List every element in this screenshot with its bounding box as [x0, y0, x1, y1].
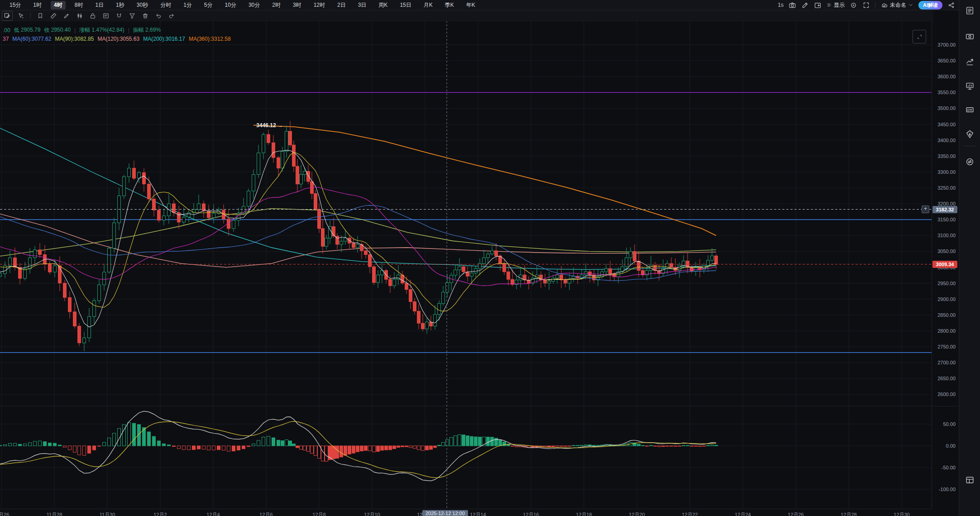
timeframe-30秒[interactable]: 30秒 [134, 1, 151, 10]
price-tick-label: 3450.00 [937, 122, 956, 127]
news-panel-icon[interactable] [965, 6, 975, 15]
price-tick-label: 2700.00 [937, 360, 956, 365]
price-tick-label: 3300.00 [937, 169, 956, 175]
time-tick-label: 12月10 [364, 511, 380, 516]
time-tick-label: 12月2 [153, 511, 167, 516]
price-tick-label: 3650.00 [937, 58, 956, 63]
drawing-toolbar [0, 10, 933, 21]
monitor-chart-icon[interactable] [965, 81, 975, 91]
timeframe-1分[interactable]: 1分 [180, 1, 195, 10]
layout-save-menu[interactable]: 未命名 [880, 1, 913, 9]
timeframe-8时[interactable]: 8时 [72, 1, 86, 10]
price-tick-label: 3050.00 [937, 248, 956, 254]
toolbar-divider [30, 12, 31, 19]
time-tick-label: 12月18 [576, 511, 592, 516]
time-tick-label: 11月28 [47, 511, 62, 516]
price-tick-label: 2850.00 [937, 312, 956, 318]
timeframe-list: 15分1时4时8时1日1秒30秒分时1分5分10分30分2时3时12时2日3日周… [0, 1, 478, 10]
time-tick-label: 12月16 [523, 511, 539, 516]
timeframe-分时[interactable]: 分时 [157, 1, 174, 10]
timeframe-季K[interactable]: 季K [442, 1, 457, 10]
note-tool-icon[interactable] [101, 11, 111, 20]
select-draw-tool-icon[interactable] [2, 11, 13, 21]
timeframe-2日[interactable]: 2日 [334, 1, 349, 10]
time-axis[interactable]: 2025-12-12 12:00 11月2611月2811月3012月212月4… [0, 509, 932, 516]
time-tick-label: 12月22 [682, 511, 698, 516]
time-tick-label: 12月20 [629, 511, 645, 516]
undo-button-icon[interactable] [153, 11, 163, 20]
realtime-interval-label[interactable]: 1s [778, 2, 784, 8]
time-tick-label: 12月4 [206, 511, 220, 516]
share-icon[interactable] [947, 1, 955, 9]
crosshair-price-badge: 3182.32 [932, 206, 957, 213]
display-list-icon [827, 2, 832, 8]
fullscreen-icon[interactable] [862, 1, 870, 9]
price-tick-label: 2950.00 [937, 281, 956, 286]
ruler-tool-icon[interactable] [48, 11, 58, 20]
timeframe-2时[interactable]: 2时 [269, 1, 284, 10]
timeframe-1时[interactable]: 1时 [30, 1, 45, 10]
timeframe-周K[interactable]: 周K [375, 1, 391, 10]
candlestick-chart-canvas[interactable]: 3446.12 → [0, 21, 932, 509]
time-tick-label: 12月26 [788, 511, 803, 516]
money-icon[interactable] [965, 32, 975, 41]
timeframe-30分[interactable]: 30分 [245, 1, 263, 10]
timeframe-月K[interactable]: 月K [421, 1, 436, 10]
ai-analysis-button[interactable]: AI解读 [918, 1, 942, 10]
edit-icon[interactable] [801, 1, 809, 9]
magnet-tool-icon[interactable] [114, 11, 124, 20]
timeframe-年K[interactable]: 年K [463, 1, 478, 10]
timeframe-10分[interactable]: 10分 [222, 1, 239, 10]
price-tick-label: 2750.00 [937, 344, 956, 349]
pane-separator [932, 406, 959, 406]
redo-button-icon[interactable] [167, 11, 177, 20]
layout-icon[interactable] [965, 475, 975, 485]
delete-tool-icon[interactable] [140, 11, 150, 20]
timeframe-3日[interactable]: 3日 [355, 1, 370, 10]
time-tick-label: 12月28 [841, 511, 856, 516]
timeframe-15日[interactable]: 15日 [397, 1, 414, 10]
price-tick-label: 3400.00 [937, 138, 956, 143]
timeframe-12时[interactable]: 12时 [311, 1, 328, 10]
timeframe-4时[interactable]: 4时 [51, 1, 66, 10]
price-tick-label: 3350.00 [937, 153, 956, 159]
add-order-at-price-button[interactable]: + [922, 205, 929, 213]
sidebar-divider [964, 146, 976, 146]
lock-tool-icon[interactable] [88, 11, 98, 20]
timeframe-3时[interactable]: 3时 [290, 1, 305, 10]
brush-tool-icon[interactable] [62, 11, 72, 20]
price-tick-label: 3100.00 [937, 233, 956, 238]
diamond-icon[interactable] [965, 129, 975, 139]
display-toggle[interactable]: 显示 [827, 1, 845, 9]
camera-icon[interactable] [789, 1, 796, 9]
swap-icon[interactable] [965, 157, 975, 167]
target-icon[interactable] [850, 1, 857, 9]
etf-icon[interactable]: ETF [965, 105, 975, 115]
topbar-right-controls: 1s 显示 未命名 AI解读 [778, 0, 955, 10]
price-tick-label: 3500.00 [937, 105, 956, 111]
timeframe-1秒[interactable]: 1秒 [113, 1, 128, 10]
timeframe-15分[interactable]: 15分 [6, 1, 24, 10]
macd-tick-label: 0.00 [946, 443, 956, 449]
display-label: 显示 [834, 1, 845, 9]
filter-tool-icon[interactable] [127, 11, 137, 20]
last-price-badge: 3009.34 [932, 261, 957, 268]
right-sidebar: ETF [959, 0, 980, 516]
price-tick-label: 2600.00 [937, 392, 956, 397]
time-tick-label: 11月30 [100, 511, 115, 516]
cursor-annotate-tool-icon[interactable] [16, 11, 26, 20]
price-tick-label: 2800.00 [937, 328, 956, 334]
new-pane-icon[interactable] [814, 1, 822, 9]
candle-pattern-tool-icon[interactable] [75, 11, 85, 20]
timeframe-5分[interactable]: 5分 [201, 1, 216, 10]
maximize-pane-button[interactable] [913, 30, 926, 43]
time-tick-label: 12月8 [312, 511, 325, 516]
time-tick-label: 12月6 [259, 511, 272, 516]
timeframe-1日[interactable]: 1日 [92, 1, 107, 10]
price-tick-label: 3150.00 [937, 217, 956, 222]
price-tick-label: 2650.00 [937, 376, 956, 381]
bookmark-tool-icon[interactable] [35, 11, 45, 20]
layout-name-label: 未命名 [890, 1, 906, 9]
trend-icon[interactable] [965, 57, 975, 67]
chevron-down-icon [908, 2, 913, 8]
